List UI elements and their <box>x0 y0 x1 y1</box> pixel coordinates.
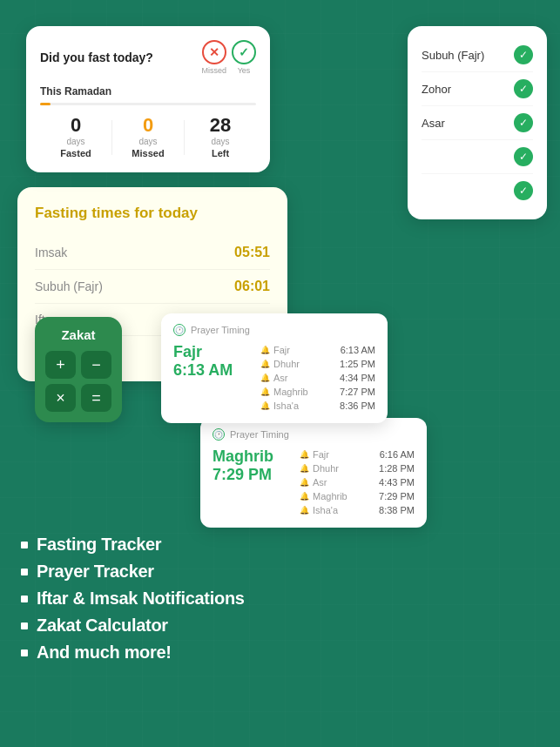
imsak-value: 05:51 <box>234 245 270 260</box>
zakat-multiply-button[interactable]: × <box>45 384 76 412</box>
ramadan-label: This Ramadan <box>40 85 256 98</box>
speaker-icon-2: 🔔 <box>260 360 270 368</box>
pt-fajr-maghrib: 🔔 Maghrib 7:27 PM <box>260 385 375 399</box>
prayer-zohor-check: ✓ <box>514 79 533 98</box>
fast-card-title: Did you fast today? <box>40 50 153 64</box>
fast-buttons: ✕ Missed ✓ Yes <box>201 40 256 75</box>
fasted-unit: days <box>40 137 111 146</box>
prayer-subuh-name: Subuh (Fajr) <box>422 49 484 62</box>
speaker-icon-m5: 🔔 <box>300 506 309 515</box>
pt-fajr-main: Fajr 6:13 AM <box>173 343 252 413</box>
pt-m-isha: 🔔 Isha'a 8:38 PM <box>300 503 415 517</box>
speaker-icon-m1: 🔔 <box>300 450 309 459</box>
cards-area: Did you fast today? ✕ Missed ✓ Yes This … <box>0 0 560 531</box>
speaker-icon-m4: 🔔 <box>300 492 309 501</box>
pt-fajr-isha: 🔔 Isha'a 8:36 PM <box>260 399 375 413</box>
prayer-5-check: ✓ <box>514 181 533 200</box>
yes-icon: ✓ <box>232 40 256 64</box>
pt-m-maghrib: 🔔 Maghrib 7:29 PM <box>300 489 415 503</box>
zakat-equals-button[interactable]: = <box>81 384 111 412</box>
pt-m-dhuhr: 🔔 Dhuhr 1:28 PM <box>300 461 415 475</box>
pt-maghrib-time: 7:29 PM <box>213 466 291 484</box>
clock-icon-maghrib: 🕐 <box>213 428 225 441</box>
pt-m-asr: 🔔 Asr 4:43 PM <box>300 475 415 489</box>
missed-label-stat: Missed <box>112 148 184 158</box>
left-number: 28 <box>185 116 256 135</box>
speaker-icon-3: 🔔 <box>260 374 270 382</box>
zakat-subtract-button[interactable]: − <box>81 351 111 379</box>
pt-fajr-header: 🕐 Prayer Timing <box>173 324 375 336</box>
stats-row: 0 days Fasted 0 days Missed 28 days Left <box>40 116 256 158</box>
speaker-icon-m3: 🔔 <box>300 478 309 487</box>
pt-maghrib-header: 🕐 Prayer Timing <box>213 428 415 441</box>
pt-fajr-dhuhr: 🔔 Dhuhr 1:25 PM <box>260 357 375 371</box>
pt-maghrib-name: Maghrib <box>213 448 291 466</box>
fasting-times-title: Fasting times for today <box>35 205 270 222</box>
subuh-value: 06:01 <box>234 279 270 294</box>
missed-label: Missed <box>201 66 226 75</box>
pt-fajr-asr: 🔔 Asr 4:34 PM <box>260 371 375 385</box>
speaker-icon-5: 🔔 <box>260 401 270 410</box>
fasted-stat: 0 days Fasted <box>40 116 111 158</box>
pt-fajr-name: Fajr <box>173 343 252 361</box>
subuh-label: Subuh (Fajr) <box>35 279 103 293</box>
missed-unit: days <box>112 137 184 146</box>
imsak-row: Imsak 05:51 <box>35 236 270 270</box>
prayer-check-card: Subuh (Fajr) ✓ Zohor ✓ Asar ✓ ✓ ✓ <box>408 26 547 219</box>
pt-fajr-fajr-name: 🔔 Fajr <box>260 345 290 355</box>
zakat-calculator-card[interactable]: Zakat + − × = <box>35 317 122 422</box>
prayer-4: ✓ <box>422 140 533 174</box>
clock-icon-fajr: 🕐 <box>173 324 186 336</box>
left-label: Left <box>185 148 256 158</box>
pt-fajr-header-label: Prayer Timing <box>191 325 250 335</box>
prayer-asar-check: ✓ <box>514 113 533 132</box>
speaker-icon-4: 🔔 <box>260 387 270 396</box>
imsak-label: Imsak <box>35 246 67 259</box>
prayer-4-check: ✓ <box>514 147 533 166</box>
pt-fajr-fajr: 🔔 Fajr 6:13 AM <box>260 343 375 357</box>
fasted-label: Fasted <box>40 148 111 158</box>
left-unit: days <box>185 137 256 146</box>
pt-fajr-list: 🔔 Fajr 6:13 AM 🔔 Dhuhr 1:25 PM <box>260 343 375 413</box>
fast-tracker-card: Did you fast today? ✕ Missed ✓ Yes This … <box>26 26 270 172</box>
pt-maghrib-main: Maghrib 7:29 PM <box>213 448 291 517</box>
subuh-row: Subuh (Fajr) 06:01 <box>35 270 270 304</box>
pt-fajr-body: Fajr 6:13 AM 🔔 Fajr 6:13 AM 🔔 <box>173 343 375 413</box>
speaker-icon-m2: 🔔 <box>300 464 309 473</box>
left-stat: 28 days Left <box>185 116 256 158</box>
prayer-subuh: Subuh (Fajr) ✓ <box>422 38 533 72</box>
missed-icon: ✕ <box>202 40 226 64</box>
fasted-number: 0 <box>40 116 111 135</box>
prayer-timing-fajr-card: 🕐 Prayer Timing Fajr 6:13 AM 🔔 Fajr 6:13… <box>161 313 388 423</box>
prayer-zohor-name: Zohor <box>422 83 451 96</box>
fast-card-header: Did you fast today? ✕ Missed ✓ Yes <box>40 40 256 75</box>
yes-label: Yes <box>238 66 251 75</box>
speaker-icon-1: 🔔 <box>260 346 270 354</box>
zakat-title: Zakat <box>45 327 111 342</box>
pt-fajr-time: 6:13 AM <box>173 361 252 380</box>
missed-number: 0 <box>112 116 184 135</box>
pt-maghrib-list: 🔔 Fajr 6:16 AM 🔔 Dhuhr 1:28 PM <box>300 448 415 517</box>
zakat-add-button[interactable]: + <box>45 351 76 379</box>
prayer-asar: Asar ✓ <box>422 106 533 140</box>
prayer-asar-name: Asar <box>422 117 445 130</box>
prayer-timing-maghrib-card: 🕐 Prayer Timing Maghrib 7:29 PM 🔔 Fajr 6… <box>200 418 427 528</box>
yes-button[interactable]: ✓ Yes <box>232 40 256 75</box>
missed-stat: 0 days Missed <box>112 116 184 158</box>
prayer-subuh-check: ✓ <box>514 45 533 64</box>
prayer-zohor: Zohor ✓ <box>422 72 533 106</box>
pt-maghrib-body: Maghrib 7:29 PM 🔔 Fajr 6:16 AM 🔔 <box>213 448 415 517</box>
ramadan-progress-bar <box>40 103 256 105</box>
progress-fill <box>40 103 51 105</box>
zakat-buttons-grid: + − × = <box>45 351 111 412</box>
app-container: Did you fast today? ✕ Missed ✓ Yes This … <box>0 0 560 747</box>
pt-m-fajr: 🔔 Fajr 6:16 AM <box>300 448 415 461</box>
pt-maghrib-header-label: Prayer Timing <box>230 429 289 440</box>
prayer-5: ✓ <box>422 174 533 207</box>
missed-button[interactable]: ✕ Missed <box>201 40 226 75</box>
